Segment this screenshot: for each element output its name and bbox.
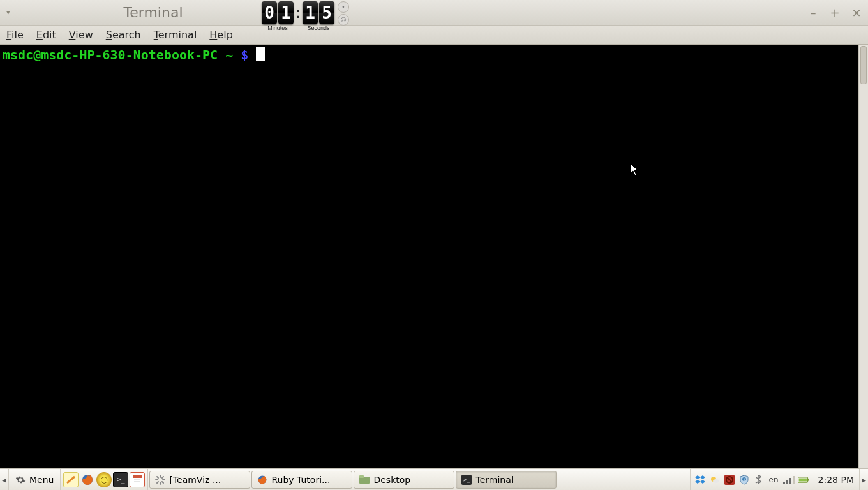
timer-colon: :	[294, 1, 302, 24]
task-teamviz[interactable]: [TeamViz ...	[149, 471, 250, 489]
timer-sec-d2: 5	[319, 1, 334, 24]
window-title: Terminal	[124, 4, 183, 20]
titlebar[interactable]: ▾ Terminal – + ×	[0, 0, 868, 26]
taskbar-scroll-left[interactable]: ◂	[0, 469, 9, 490]
terminal-output[interactable]: msdc@msdc-HP-630-Notebook-PC ~ $	[0, 45, 858, 468]
minimize-button[interactable]: –	[808, 6, 818, 19]
svg-rect-2	[133, 475, 142, 478]
close-button[interactable]: ×	[851, 6, 862, 19]
media-player-icon[interactable]: ◯	[96, 472, 112, 487]
app-menu-arrow-icon[interactable]: ▾	[6, 8, 10, 17]
menu-edit[interactable]: Edit	[36, 29, 56, 41]
maximize-button[interactable]: +	[830, 6, 840, 19]
taskbar-scroll-right[interactable]: ▸	[859, 469, 868, 490]
prompt-symbol: $	[241, 47, 248, 63]
quicklaunch: ◯ >_	[61, 469, 148, 490]
svg-line-11	[162, 477, 163, 478]
timer-min-d2: 1	[278, 1, 294, 24]
firefox-icon[interactable]	[80, 472, 95, 487]
gear-icon	[15, 475, 26, 485]
menu-file[interactable]: File	[6, 29, 24, 41]
task-ruby-tutorial[interactable]: Ruby Tutori...	[251, 471, 352, 489]
task-desktop[interactable]: Desktop	[354, 471, 454, 489]
terminal-scrollbar[interactable]	[858, 45, 868, 468]
timer-minutes-label: Minutes	[267, 24, 288, 32]
terminal-launcher-icon[interactable]: >_	[113, 472, 128, 487]
terminal-window: 0 1 Minutes : 1 5 Seconds • ☹ ▾ Terminal…	[0, 0, 868, 468]
battery-icon[interactable]	[798, 474, 809, 486]
svg-rect-23	[786, 480, 788, 484]
svg-rect-28	[798, 478, 806, 481]
task-label: Terminal	[475, 475, 513, 485]
dropbox-icon[interactable]	[694, 474, 706, 486]
notes-icon[interactable]	[63, 472, 79, 487]
blocked-icon[interactable]	[724, 474, 735, 486]
timer-min-d1: 0	[262, 1, 277, 24]
prompt-path: ~	[225, 47, 233, 63]
mouse-cursor-icon	[631, 133, 680, 207]
pomodoro-timer[interactable]: 0 1 Minutes : 1 5 Seconds • ☹	[261, 1, 349, 32]
task-label: Ruby Tutori...	[271, 475, 330, 485]
face-sad-icon[interactable]: ☹	[338, 14, 349, 26]
svg-rect-3	[133, 478, 142, 484]
folder-icon	[359, 475, 370, 485]
svg-rect-27	[807, 479, 809, 480]
svg-rect-25	[793, 476, 795, 484]
shield-icon[interactable]: i	[738, 474, 750, 486]
start-menu-button[interactable]: Menu	[9, 469, 61, 490]
system-tray: i en	[690, 469, 813, 490]
bluetooth-icon[interactable]	[753, 474, 765, 486]
scrollbar-thumb[interactable]	[860, 46, 867, 84]
calendar-icon[interactable]	[130, 472, 145, 487]
face-neutral-icon[interactable]: •	[338, 1, 349, 13]
svg-point-16	[713, 479, 719, 483]
svg-rect-22	[783, 482, 785, 484]
keyboard-layout[interactable]: en	[768, 475, 780, 484]
prompt-user-host: msdc@msdc-HP-630-Notebook-PC	[3, 47, 218, 63]
timer-sec-d1: 1	[303, 1, 318, 24]
task-label: [TeamViz ...	[169, 475, 221, 485]
text-cursor	[256, 47, 265, 61]
svg-rect-14	[359, 475, 364, 478]
firefox-icon	[257, 475, 267, 485]
menu-help[interactable]: Help	[209, 29, 232, 41]
menu-terminal[interactable]: Terminal	[154, 29, 197, 41]
start-menu-label: Menu	[29, 475, 54, 485]
spinner-icon	[155, 475, 165, 485]
timer-seconds-label: Seconds	[307, 24, 329, 32]
menu-view[interactable]: View	[69, 29, 93, 41]
terminal-icon: >_	[461, 475, 472, 485]
task-list: [TeamViz ... Ruby Tutori... Desktop >_ T…	[148, 469, 689, 490]
svg-line-9	[162, 482, 163, 483]
weather-icon[interactable]	[709, 474, 721, 486]
taskbar-clock[interactable]: 2:28 PM	[813, 469, 859, 490]
menu-search[interactable]: Search	[106, 29, 141, 41]
menubar: File Edit View Search Terminal Help	[0, 26, 868, 45]
svg-line-8	[157, 477, 158, 478]
svg-rect-24	[789, 478, 791, 484]
taskbar: ◂ Menu ◯ >_ [TeamViz ...	[0, 468, 868, 490]
svg-line-10	[157, 482, 158, 483]
task-terminal[interactable]: >_ Terminal	[456, 471, 557, 489]
network-icon[interactable]	[783, 474, 795, 486]
terminal-body-wrap: msdc@msdc-HP-630-Notebook-PC ~ $	[0, 45, 868, 468]
task-label: Desktop	[373, 475, 410, 485]
